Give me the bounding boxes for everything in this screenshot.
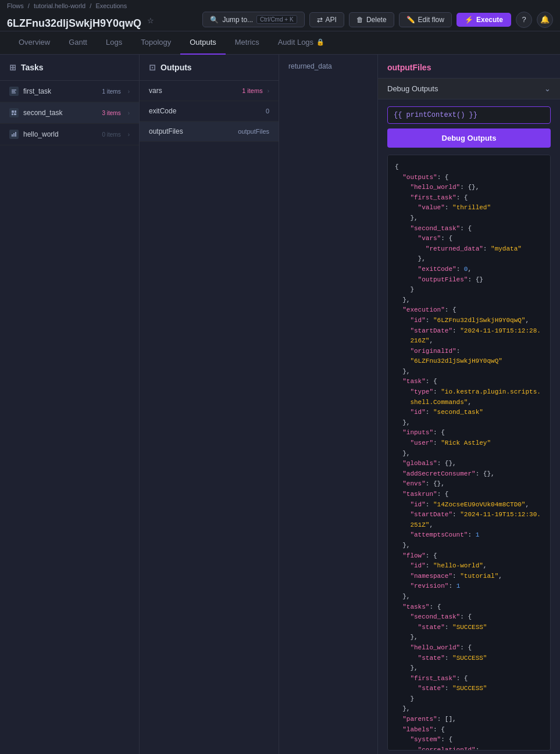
- chevron-right-icon: ›: [128, 88, 130, 95]
- tab-outputs[interactable]: Outputs: [180, 31, 226, 55]
- debug-outputs-toggle[interactable]: Debug Outputs ⌄: [378, 78, 560, 99]
- tasks-panel: ⊞ Tasks first_task 1 items › second_task…: [0, 55, 140, 754]
- output-item-outputfiles[interactable]: outputFiles outputFiles: [140, 122, 279, 142]
- tab-logs[interactable]: Logs: [97, 31, 131, 55]
- debug-body: Debug Outputs: [378, 99, 560, 155]
- nav-tabs: Overview Gantt Logs Topology Outputs Met…: [0, 31, 560, 55]
- tab-audit-logs[interactable]: Audit Logs 🔒: [269, 31, 334, 55]
- svg-rect-1: [12, 91, 15, 92]
- tab-overview[interactable]: Overview: [9, 31, 59, 55]
- pencil-icon: ✏️: [406, 16, 415, 24]
- tasks-header: ⊞ Tasks: [0, 55, 139, 81]
- page-title: 6LZFnu32dljSwkjH9Y0qwQ: [7, 17, 141, 30]
- search-icon: 🔍: [210, 16, 219, 24]
- json-output: { "outputs": { "hello_world": {}, "first…: [387, 155, 551, 751]
- svg-rect-5: [12, 113, 13, 115]
- task-type-icon: [9, 108, 19, 117]
- star-icon[interactable]: ☆: [147, 16, 154, 25]
- task-item-hello-world[interactable]: hello_world 0 items ›: [0, 124, 139, 145]
- svg-rect-2: [12, 92, 16, 94]
- task-type-icon: [9, 87, 19, 96]
- trash-icon: 🗑: [356, 16, 363, 24]
- svg-rect-8: [13, 133, 15, 137]
- breadcrumb: Flows / tutorial.hello-world / Execution…: [7, 2, 127, 9]
- outputs-header: ⊡ Outputs: [140, 55, 279, 81]
- task-type-icon: [9, 130, 19, 139]
- svg-rect-6: [14, 113, 16, 115]
- debug-panel: outputFiles Debug Outputs ⌄ Debug Output…: [378, 55, 560, 754]
- chevron-right-icon: ›: [128, 110, 130, 116]
- tab-metrics[interactable]: Metrics: [226, 31, 269, 55]
- svg-rect-4: [15, 110, 16, 113]
- chevron-right-icon: ›: [128, 131, 130, 138]
- output-item-exitcode[interactable]: exitCode 0: [140, 101, 279, 122]
- debug-outputs-button[interactable]: Debug Outputs: [387, 128, 551, 148]
- help-button[interactable]: ?: [516, 12, 532, 28]
- tab-gantt[interactable]: Gantt: [59, 31, 97, 55]
- tasks-grid-icon: ⊞: [9, 63, 16, 72]
- outputs-panel: ⊡ Outputs vars 1 items › exitCode 0 outp…: [140, 55, 279, 754]
- delete-button[interactable]: 🗑 Delete: [349, 12, 394, 27]
- outputs-icon: ⊡: [149, 63, 156, 72]
- svg-rect-9: [15, 132, 16, 137]
- api-button[interactable]: ⇄ API: [309, 12, 344, 27]
- api-icon: ⇄: [317, 16, 323, 24]
- svg-rect-3: [12, 110, 14, 113]
- svg-rect-7: [12, 134, 13, 137]
- jump-to-button[interactable]: 🔍 Jump to... Ctrl/Cmd + K: [202, 12, 304, 27]
- task-item-second-task[interactable]: second_task 3 items ›: [0, 102, 139, 124]
- returned-data-label: returned_data: [288, 62, 332, 70]
- notifications-button[interactable]: 🔔: [537, 12, 553, 28]
- chevron-right-icon: ›: [267, 88, 269, 94]
- task-item-first-task[interactable]: first_task 1 items ›: [0, 81, 139, 102]
- output-item-vars[interactable]: vars 1 items ›: [140, 81, 279, 101]
- edit-flow-button[interactable]: ✏️ Edit flow: [399, 12, 452, 27]
- lightning-icon: ⚡: [465, 16, 473, 24]
- chevron-down-icon: ⌄: [544, 84, 551, 93]
- keyboard-shortcut: Ctrl/Cmd + K: [256, 15, 297, 24]
- svg-rect-0: [12, 90, 16, 91]
- output-files-title: outputFiles: [378, 55, 560, 78]
- tab-topology[interactable]: Topology: [131, 31, 180, 55]
- execute-button[interactable]: ⚡ Execute: [456, 13, 511, 27]
- debug-expression-input[interactable]: [387, 106, 551, 124]
- lock-icon: 🔒: [316, 38, 324, 46]
- detail-panel: returned_data: [279, 55, 378, 754]
